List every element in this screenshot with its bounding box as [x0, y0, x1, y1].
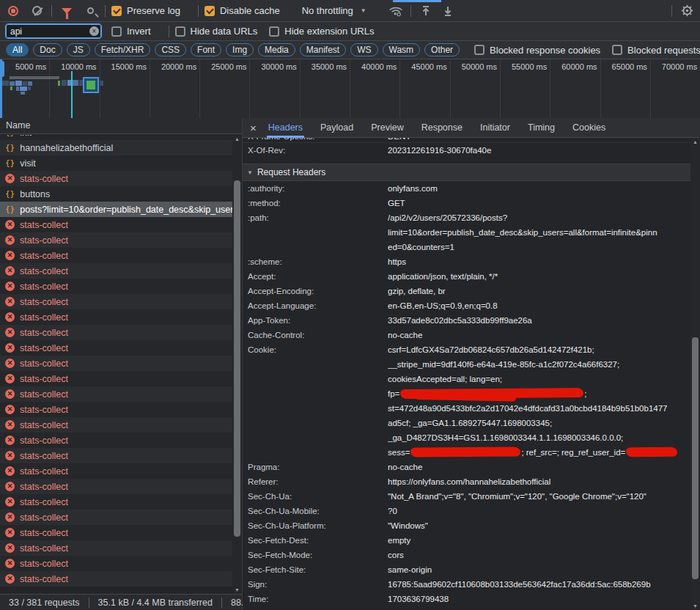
request-row[interactable]: ✕stats-collect — [0, 248, 232, 263]
request-row[interactable]: {}hannahelizabethofficial — [0, 140, 232, 155]
request-row[interactable]: ✕stats-collect — [0, 371, 232, 386]
section-header-request-headers[interactable]: ▼Request Headers — [243, 164, 690, 181]
request-row[interactable]: ✕stats-collect — [0, 510, 232, 525]
request-row[interactable]: ✕stats-collect — [0, 386, 232, 402]
filter-checkbox[interactable] — [269, 26, 279, 37]
blocked-checkbox[interactable] — [474, 45, 485, 55]
tab-initiator[interactable]: Initiator — [479, 118, 512, 138]
request-row[interactable]: ✕stats-collect — [0, 279, 232, 294]
name-column-header[interactable]: Name — [0, 118, 242, 134]
request-row[interactable]: {}visit — [0, 155, 232, 171]
request-row[interactable]: ✕stats-collect — [0, 171, 232, 186]
clear-filter-icon[interactable]: × — [89, 26, 99, 36]
overview-brush-grip[interactable] — [0, 61, 4, 77]
clear-button[interactable] — [28, 2, 45, 20]
header-name: App-Token: — [243, 313, 388, 328]
request-row[interactable]: ✕stats-collect — [0, 232, 232, 248]
details-scrollbar[interactable]: ▲ ▼ — [690, 138, 700, 610]
type-filter-pill-css[interactable]: CSS — [155, 43, 186, 56]
type-filter-pill-media[interactable]: Media — [258, 43, 295, 56]
request-row[interactable]: ✕stats-collect — [0, 325, 232, 340]
request-row[interactable]: ✕stats-collect — [0, 263, 232, 279]
filter-checkbox[interactable] — [175, 26, 185, 37]
request-row[interactable]: ✕stats-collect — [0, 356, 232, 371]
request-row[interactable]: {}buttons — [0, 186, 232, 202]
type-filter-pill-all[interactable]: All — [6, 43, 29, 56]
request-row[interactable]: ✕stats-collect — [0, 402, 232, 417]
tab-response[interactable]: Response — [420, 118, 464, 138]
request-row[interactable]: ✕stats-collect — [0, 525, 232, 540]
filter-checkbox-group[interactable]: Hide extension URLs — [269, 26, 374, 37]
request-list-scrollbar[interactable]: ▲ ▼ — [232, 135, 242, 594]
header-value-line: __stripe_mid=9df140f6-e64a-419e-85fc-a1c… — [388, 357, 690, 372]
request-row[interactable]: ✕stats-collect — [0, 294, 232, 309]
error-icon: ✕ — [5, 482, 15, 491]
close-icon[interactable]: × — [250, 122, 257, 134]
type-filter-pill-font[interactable]: Font — [191, 43, 221, 56]
tab-preview[interactable]: Preview — [369, 118, 405, 138]
type-filter-pill-ws[interactable]: WS — [350, 43, 377, 56]
tab-timing[interactable]: Timing — [526, 118, 556, 138]
preserve-log-checkbox-group[interactable]: Preserve log — [111, 5, 180, 16]
redaction-scribble — [410, 447, 520, 457]
scrollbar-thumb[interactable] — [692, 337, 699, 579]
type-filter-pill-img[interactable]: Img — [226, 43, 254, 56]
request-row[interactable]: ✕stats-collect — [0, 340, 232, 356]
request-row[interactable]: ✕stats-collect — [0, 571, 232, 587]
filter-toggle-button[interactable] — [58, 2, 75, 20]
type-filter-pill-doc[interactable]: Doc — [33, 43, 62, 56]
error-icon: ✕ — [5, 436, 15, 445]
waterfall-overview[interactable]: 5000 ms10000 ms15000 ms20000 ms25000 ms3… — [0, 59, 700, 118]
filter-input[interactable] — [6, 24, 101, 38]
filter-checkbox-group[interactable]: Hide data URLs — [175, 26, 258, 37]
request-row[interactable]: ✕stats-collect — [0, 217, 232, 232]
filter-checkbox[interactable] — [111, 26, 122, 37]
scroll-down-icon[interactable]: ▼ — [690, 603, 700, 609]
type-filter-pill-manifest[interactable]: Manifest — [300, 43, 346, 56]
type-filter-pill-fetch-xhr[interactable]: Fetch/XHR — [95, 43, 151, 56]
request-row[interactable]: ✕stats-collect — [0, 433, 232, 448]
type-filter-pill-wasm[interactable]: Wasm — [383, 43, 421, 56]
blocked-checkbox-group[interactable]: Blocked response cookies — [474, 45, 600, 56]
settings-button[interactable] — [678, 2, 696, 20]
disable-cache-checkbox-group[interactable]: Disable cache — [205, 5, 280, 16]
type-filter-pill-other[interactable]: Other — [424, 43, 460, 56]
header-value-line: 16785:5aad9602cf110608b03133de563642fac1… — [388, 577, 690, 592]
network-conditions-button[interactable] — [387, 2, 405, 20]
type-filter-pill-js[interactable]: JS — [67, 43, 90, 56]
import-har-button[interactable] — [417, 2, 435, 20]
request-row[interactable]: ✕stats-collect — [0, 448, 232, 463]
json-icon: {} — [5, 158, 15, 168]
scroll-up-icon[interactable]: ▲ — [690, 139, 700, 144]
scroll-up-icon[interactable]: ▲ — [232, 136, 242, 142]
record-button[interactable] — [4, 2, 22, 20]
request-row[interactable]: ✕stats-collect — [0, 309, 232, 325]
request-row[interactable]: ✕stats-collect — [0, 479, 232, 494]
blocked-checkbox[interactable] — [612, 45, 622, 55]
preserve-log-checkbox[interactable] — [111, 6, 122, 16]
filter-checkbox-group[interactable]: Invert — [111, 26, 151, 37]
error-icon: ✕ — [5, 389, 15, 399]
scroll-down-icon[interactable]: ▼ — [232, 587, 242, 592]
header-row: Sign:16785:5aad9602cf110608b03133de56364… — [243, 577, 690, 592]
tab-cookies[interactable]: Cookies — [571, 118, 607, 138]
disable-cache-checkbox[interactable] — [205, 6, 215, 16]
request-row[interactable]: {}posts?limit=10&order=publish_date_desc… — [0, 202, 232, 217]
request-row[interactable]: ✕stats-collect — [0, 417, 232, 433]
waterfall-bar — [20, 87, 27, 91]
search-button[interactable] — [81, 2, 99, 20]
tab-headers[interactable]: Headers — [267, 118, 304, 138]
request-row[interactable]: ✕stats-collect — [0, 540, 232, 556]
export-har-button[interactable] — [439, 2, 457, 20]
header-value: onlyfans.com — [388, 181, 690, 196]
headers-content: X-Frame-Options: DENY X-Of-Rev:202312261… — [243, 138, 690, 610]
scrollbar-thumb[interactable] — [234, 180, 240, 537]
request-row[interactable]: ✕stats-collect — [0, 556, 232, 571]
requests-count: 33 / 381 requests — [0, 598, 89, 608]
request-row[interactable]: ✕stats-collect — [0, 463, 232, 479]
tab-payload[interactable]: Payload — [319, 118, 355, 138]
request-row[interactable]: {}init — [0, 135, 232, 140]
blocked-checkbox-group[interactable]: Blocked requests — [612, 45, 700, 56]
request-row[interactable]: ✕stats-collect — [0, 494, 232, 510]
throttling-dropdown[interactable]: No throttling ▼ — [302, 5, 366, 16]
